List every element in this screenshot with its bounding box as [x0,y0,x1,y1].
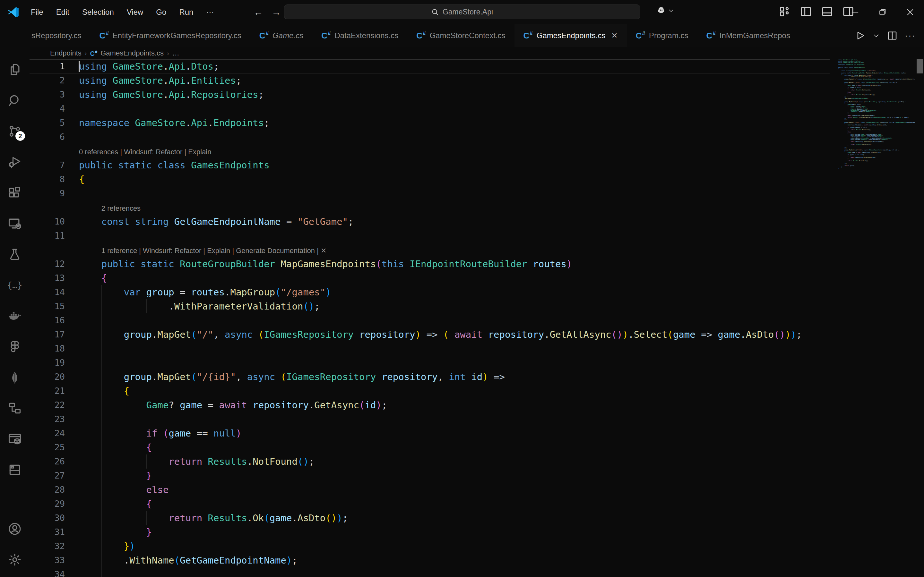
accounts-icon[interactable] [0,514,29,544]
code-line[interactable]: 26return Results.NotFound(); [29,455,924,469]
code-line[interactable]: 29{ [29,497,924,511]
code-line[interactable]: 34 [29,567,924,577]
codelens-row[interactable]: 1 reference | Windsurf: Refactor | Expla… [29,243,924,257]
code-line[interactable]: 10const string GetGameEndpointName = "Ge… [29,214,924,229]
nav-forward-button[interactable]: → [271,7,281,18]
code-line[interactable]: 3using GameStore.Api.Repositories; [29,87,924,102]
editor-scrollbar[interactable] [915,59,924,577]
testing-icon[interactable] [0,239,29,270]
indent-guide [79,243,79,257]
indent-guide [146,299,147,313]
code-line[interactable]: 14var group = routes.MapGroup("/games") [29,285,924,299]
source-control-icon[interactable]: 2 [0,116,29,147]
docker-icon[interactable] [0,301,29,331]
toggle-panel-icon[interactable] [821,5,834,18]
code-line[interactable]: 33.WithName(GetGameEndpointName); [29,553,924,567]
explorer-icon[interactable] [0,54,29,85]
code-line[interactable]: 17group.MapGet("/", async (IGamesReposit… [29,327,924,342]
menu-edit[interactable]: Edit [51,5,74,19]
chevron-down-icon[interactable] [668,7,674,14]
code-line[interactable]: 31} [29,525,924,539]
copilot-icon[interactable] [656,6,666,15]
code-line[interactable]: 13{ [29,271,924,285]
code-line[interactable]: 28else [29,483,924,497]
breadcrumb[interactable]: Endpoints › C# GamesEndpoints.cs › … [29,47,924,59]
breadcrumb-folder[interactable]: Endpoints [50,49,82,57]
figma-icon[interactable] [0,331,29,362]
code-line[interactable]: 32}) [29,539,924,553]
tab-gamestorecontext-cs[interactable]: C#GameStoreContext.cs [407,24,514,47]
code-line[interactable]: 8{ [29,172,924,186]
code-line[interactable]: 6 [29,130,924,144]
settings-icon[interactable] [0,544,29,575]
code-line[interactable]: 7public static class GamesEndpoints [29,158,924,172]
indent-guide [124,525,124,539]
code-line[interactable]: 22Game? game = await repository.GetAsync… [29,398,924,412]
tab-inmemgamesrepos[interactable]: C#InMemGamesRepos [698,24,794,47]
code-text: group.MapGet("/", async (IGamesRepositor… [124,327,802,342]
customize-layout-icon[interactable] [778,5,791,18]
code-line[interactable]: 9 [29,186,924,200]
indent-guide [79,327,79,342]
tab-program-cs[interactable]: C#Program.cs [627,24,698,47]
remote-explorer-icon[interactable] [0,208,29,239]
run-options-chevron-icon[interactable] [873,32,880,39]
database-icon[interactable] [0,424,29,455]
tab-label: sRepository.cs [31,31,82,40]
code-line[interactable]: 21{ [29,384,924,398]
code-line[interactable]: 19 [29,356,924,370]
code-line[interactable]: 18 [29,342,924,356]
package-icon[interactable] [0,455,29,485]
code-line[interactable]: 15.WithParameterValidation(); [29,299,924,313]
run-debug-icon[interactable] [0,147,29,177]
code-line[interactable]: 11 [29,229,924,243]
toggle-primary-sidebar-icon[interactable] [800,5,812,18]
tab-dataextensions-cs[interactable]: C#DataExtensions.cs [312,24,407,47]
mongodb-icon[interactable] [0,362,29,393]
minimize-button[interactable] [841,0,869,24]
codelens-text[interactable]: 0 references | Windsurf: Refactor | Expl… [79,145,212,159]
codelens-text[interactable]: 1 reference | Windsurf: Refactor | Expla… [102,244,327,258]
tab-gamesendpoints-cs[interactable]: C#GamesEndpoints.cs✕ [514,24,627,47]
more-actions-icon[interactable]: ··· [905,31,916,41]
breadcrumb-symbol[interactable]: … [172,49,179,57]
code-line[interactable]: 24if (game == null) [29,426,924,440]
codelens-text[interactable]: 2 references [102,201,141,216]
code-line[interactable]: 5namespace GameStore.Api.Endpoints; [29,116,924,130]
split-editor-icon[interactable] [887,30,898,41]
tab-entityframeworkgamesrepository-cs[interactable]: C#EntityFrameworkGamesRepository.cs [90,24,250,47]
close-tab-icon[interactable]: ✕ [611,31,618,40]
codelens-row[interactable]: 2 references [29,200,924,214]
code-line[interactable]: 30return Results.Ok(game.AsDto()); [29,511,924,525]
code-line[interactable]: 16 [29,313,924,327]
code-line[interactable]: 20group.MapGet("/{id}", async (IGamesRep… [29,370,924,384]
menu-[interactable]: ··· [201,5,219,19]
menu-run[interactable]: Run [174,5,198,19]
code-line[interactable]: 25{ [29,440,924,455]
menu-selection[interactable]: Selection [77,5,119,19]
flowchart-icon[interactable] [0,393,29,424]
menu-file[interactable]: File [26,5,48,19]
code-line[interactable]: 1using GameStore.Api.Dtos; [29,59,924,73]
tab-srepository-cs[interactable]: sRepository.cs [29,24,90,47]
minimap[interactable]: using GameStore.Api.Dtos;using GameStore… [838,59,915,577]
code-line[interactable]: 27} [29,469,924,483]
breadcrumb-file[interactable]: GamesEndpoints.cs [100,49,164,57]
tab-game-cs[interactable]: C#Game.cs [250,24,312,47]
code-line[interactable]: 23 [29,412,924,426]
extensions-icon[interactable] [0,177,29,208]
command-center-search[interactable]: GameStore.Api [284,5,640,19]
restore-button[interactable] [869,0,897,24]
code-line[interactable]: 4 [29,102,924,116]
nav-back-button[interactable]: ← [254,7,263,18]
menu-view[interactable]: View [122,5,149,19]
code-area[interactable]: 1using GameStore.Api.Dtos;2using GameSto… [29,59,924,577]
search-icon[interactable] [0,85,29,116]
code-line[interactable]: 2using GameStore.Api.Entities; [29,73,924,87]
menu-go[interactable]: Go [151,5,171,19]
code-line[interactable]: 12public static RouteGroupBuilder MapGam… [29,257,924,271]
close-window-button[interactable] [897,0,924,24]
codelens-row[interactable]: 0 references | Windsurf: Refactor | Expl… [29,144,924,158]
object-braces-icon[interactable]: {…} [0,270,29,301]
run-button[interactable] [855,30,866,41]
